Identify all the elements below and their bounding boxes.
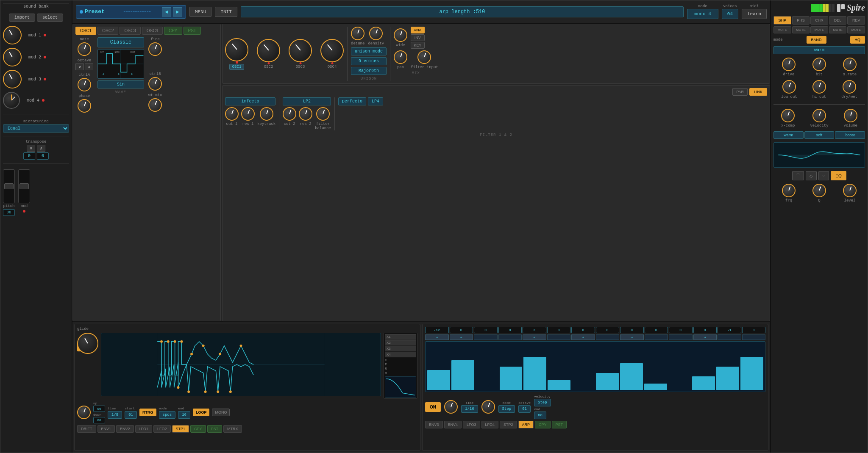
mod1-knob[interactable] — [3, 26, 22, 44]
arp-velocity-val[interactable]: Step — [534, 399, 551, 406]
env-paste-tab[interactable]: PST — [207, 425, 223, 433]
link-btn[interactable]: LINK — [749, 88, 767, 96]
mode-val-env[interactable]: spos — [159, 411, 176, 419]
volume-knob[interactable] — [844, 109, 857, 122]
phs-tab[interactable]: PHS — [792, 16, 810, 25]
arp-bar-5[interactable] — [548, 380, 570, 390]
osc3-tab[interactable]: OSC3 — [120, 27, 140, 35]
mute-4[interactable]: MUTE — [847, 26, 865, 33]
eq-shape-2[interactable]: ◇ — [806, 171, 817, 180]
lfo3-tab[interactable]: LFO3 — [463, 421, 480, 428]
arp-bar-8[interactable] — [620, 363, 643, 390]
loop-button[interactable]: LOOP — [193, 409, 210, 416]
bender-knob[interactable] — [77, 406, 91, 419]
mute-3[interactable]: MUTE — [829, 26, 847, 33]
arp-mode-val[interactable]: Step — [498, 405, 515, 413]
arp-time-val[interactable]: 1/16 — [461, 405, 478, 413]
phase-knob[interactable] — [78, 99, 91, 113]
detune-knob[interactable] — [351, 27, 364, 40]
drift-tab[interactable]: DRIFT — [77, 425, 96, 433]
osc4-tab[interactable]: OSC4 — [142, 27, 163, 35]
osc2-main-knob[interactable] — [257, 39, 280, 62]
eq-shape-3[interactable]: ⌣ — [818, 171, 829, 180]
velocity-knob[interactable] — [812, 109, 826, 122]
mute-0[interactable]: MUTE — [773, 26, 791, 33]
lowcut-knob[interactable] — [782, 80, 796, 94]
drywet-knob[interactable] — [843, 80, 856, 94]
drive-knob[interactable] — [782, 58, 796, 71]
env4-tab[interactable]: ENV4 — [444, 421, 462, 428]
shp-tab[interactable]: SHP — [773, 16, 791, 25]
ctrlb-knob[interactable] — [148, 77, 162, 91]
chord-display[interactable]: Major9th — [351, 67, 387, 75]
cut1-knob[interactable] — [225, 107, 239, 121]
osc1-tab[interactable]: OSC1 — [75, 27, 96, 35]
filter-input-knob[interactable] — [417, 50, 431, 64]
arp-tab[interactable]: ARP — [518, 421, 534, 428]
bit-knob[interactable] — [812, 58, 826, 71]
filter4-type[interactable]: LP4 — [368, 97, 383, 105]
voices-display[interactable]: 9 voices — [351, 57, 387, 65]
x3-btn[interactable]: X3 — [385, 346, 416, 351]
lfo2-tab[interactable]: LFO2 — [153, 425, 171, 433]
arp-bar-4[interactable] — [523, 357, 546, 390]
res1-knob[interactable] — [241, 107, 255, 121]
arp-end-val[interactable]: no — [534, 412, 546, 419]
mod2-knob[interactable] — [3, 48, 22, 66]
stp1-tab[interactable]: STP1 — [172, 425, 189, 433]
rev-tab[interactable]: REV — [847, 16, 865, 25]
arp-bar-13[interactable] — [740, 357, 763, 390]
osc-paste-btn[interactable]: PST — [184, 27, 201, 35]
mod3-knob[interactable] — [3, 70, 22, 88]
del-tab[interactable]: DEL — [829, 16, 847, 25]
select-button[interactable]: select — [37, 14, 63, 22]
menu-button[interactable]: MENU — [189, 7, 211, 17]
xcomp-knob[interactable] — [781, 109, 795, 122]
x2-btn[interactable]: X2 — [385, 340, 416, 345]
transpose-val1[interactable]: 0 — [23, 152, 35, 160]
arp-bar-7[interactable] — [596, 373, 619, 390]
arp-bar-3[interactable] — [500, 367, 523, 390]
arp-bar-0[interactable] — [427, 370, 450, 390]
mod4-knob[interactable] — [3, 92, 20, 109]
osc-copy-btn[interactable]: CPY — [164, 27, 182, 35]
hq-btn[interactable]: HQ — [850, 36, 865, 44]
microtuning-select[interactable]: Equal — [3, 124, 69, 133]
wtmix-knob[interactable] — [148, 98, 162, 112]
on-button[interactable]: ON — [425, 402, 441, 412]
arp-paste-tab[interactable]: PST — [552, 421, 567, 428]
q-knob[interactable] — [812, 184, 826, 197]
arp-bar-12[interactable] — [716, 367, 739, 390]
warm-btn[interactable]: warm — [773, 131, 804, 139]
soft-btn[interactable]: soft — [804, 131, 835, 139]
band-btn[interactable]: BAND — [807, 36, 826, 44]
osc4-main-knob[interactable] — [320, 39, 344, 62]
swing-knob[interactable] — [481, 400, 495, 414]
mod-slider[interactable] — [18, 169, 30, 203]
hicut-knob[interactable] — [812, 80, 826, 94]
cut2-knob[interactable] — [283, 107, 296, 121]
lfo1-tab[interactable]: LFO1 — [135, 425, 153, 433]
end-val-env[interactable]: 16 — [178, 411, 190, 419]
osc1-main-knob[interactable] — [225, 38, 248, 61]
transpose-down-btn[interactable]: ∨ — [27, 145, 35, 152]
transpose-val2[interactable]: 0 — [37, 152, 49, 160]
glide-knob[interactable] — [77, 333, 98, 354]
par-btn[interactable]: PAR — [732, 88, 748, 96]
warm-display[interactable]: warm — [773, 46, 865, 54]
pan-knob[interactable] — [394, 50, 407, 64]
preset-next-btn[interactable]: ▶ — [173, 7, 182, 17]
init-button[interactable]: INIT — [215, 7, 237, 17]
arp-octave-val[interactable]: 01 — [518, 405, 531, 413]
transpose-up-btn[interactable]: ∧ — [37, 145, 45, 152]
filter3-type[interactable]: perfecto — [338, 97, 366, 105]
filter2-type[interactable]: LP2 — [283, 97, 331, 105]
gate-knob[interactable] — [444, 400, 458, 414]
mute-1[interactable]: MUTE — [792, 26, 810, 33]
arp-copy-tab[interactable]: CPY — [535, 421, 551, 428]
env2-tab[interactable]: ENV2 — [116, 425, 134, 433]
import-button[interactable]: import — [9, 14, 35, 22]
keytrack-knob[interactable] — [260, 107, 273, 121]
arp-bar-9[interactable] — [644, 384, 667, 390]
eq-btn[interactable]: EQ — [831, 171, 846, 180]
